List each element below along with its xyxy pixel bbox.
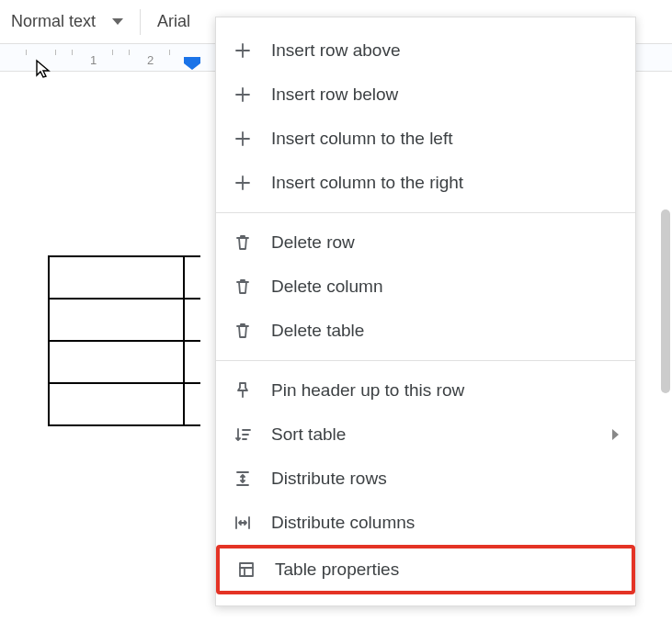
chevron-down-icon	[112, 18, 123, 25]
table-cell[interactable]	[49, 256, 184, 299]
toolbar-divider	[140, 9, 141, 35]
table-cell[interactable]	[184, 341, 200, 383]
svg-rect-0	[240, 563, 253, 576]
sort-icon	[233, 424, 253, 445]
pin-icon	[233, 380, 253, 401]
table-props-icon	[236, 560, 256, 580]
menu-item-label: Insert row below	[271, 85, 398, 105]
table-cell[interactable]	[49, 341, 184, 383]
table-cell[interactable]	[184, 383, 200, 425]
menu-item-insert-column-to-the-right[interactable]: Insert column to the right	[216, 161, 635, 205]
menu-item-label: Delete column	[271, 277, 382, 297]
scrollbar-thumb[interactable]	[661, 209, 670, 393]
ruler-mark: 2	[147, 53, 154, 67]
ruler-indent-marker[interactable]	[184, 57, 200, 70]
table-cell[interactable]	[49, 299, 184, 341]
menu-item-insert-row-above[interactable]: Insert row above	[216, 28, 635, 73]
font-family-dropdown[interactable]: Arial	[150, 8, 198, 35]
menu-item-delete-table[interactable]: Delete table	[216, 309, 635, 353]
plus-icon	[233, 85, 253, 105]
document-table[interactable]	[48, 255, 200, 426]
menu-divider	[216, 212, 635, 213]
menu-item-insert-row-below[interactable]: Insert row below	[216, 73, 635, 117]
menu-item-label: Distribute rows	[271, 469, 387, 489]
plus-icon	[233, 40, 253, 61]
menu-item-pin-header-up-to-this-row[interactable]: Pin header up to this row	[216, 368, 635, 413]
menu-item-label: Sort table	[271, 424, 346, 445]
menu-item-label: Insert row above	[271, 40, 400, 61]
table-cell[interactable]	[184, 256, 200, 299]
menu-item-label: Pin header up to this row	[271, 380, 464, 401]
menu-item-delete-row[interactable]: Delete row	[216, 221, 635, 265]
menu-item-label: Insert column to the left	[271, 129, 453, 149]
plus-icon	[233, 173, 253, 193]
menu-item-table-properties[interactable]: Table properties	[216, 545, 635, 594]
menu-item-label: Insert column to the right	[271, 173, 463, 193]
menu-item-delete-column[interactable]: Delete column	[216, 265, 635, 309]
menu-item-label: Distribute columns	[271, 513, 415, 533]
trash-icon	[233, 232, 253, 253]
paragraph-style-dropdown[interactable]: Normal text	[4, 8, 131, 35]
font-family-label: Arial	[157, 12, 190, 31]
table-cell[interactable]	[49, 383, 184, 425]
menu-item-distribute-columns[interactable]: Distribute columns	[216, 501, 635, 545]
plus-icon	[233, 129, 253, 149]
trash-icon	[233, 321, 253, 341]
menu-item-label: Delete table	[271, 321, 364, 341]
menu-item-sort-table[interactable]: Sort table	[216, 413, 635, 457]
menu-divider	[216, 360, 635, 361]
dist-rows-icon	[233, 469, 253, 489]
menu-item-label: Table properties	[275, 560, 399, 580]
paragraph-style-label: Normal text	[11, 12, 96, 31]
submenu-arrow-icon	[612, 429, 619, 440]
trash-icon	[233, 277, 253, 297]
table-cell[interactable]	[184, 299, 200, 341]
menu-item-distribute-rows[interactable]: Distribute rows	[216, 457, 635, 501]
ruler-mark: 1	[90, 53, 97, 67]
table-context-menu: Insert row aboveInsert row belowInsert c…	[215, 17, 636, 606]
menu-item-label: Delete row	[271, 232, 355, 253]
dist-cols-icon	[233, 513, 253, 533]
menu-item-insert-column-to-the-left[interactable]: Insert column to the left	[216, 117, 635, 161]
